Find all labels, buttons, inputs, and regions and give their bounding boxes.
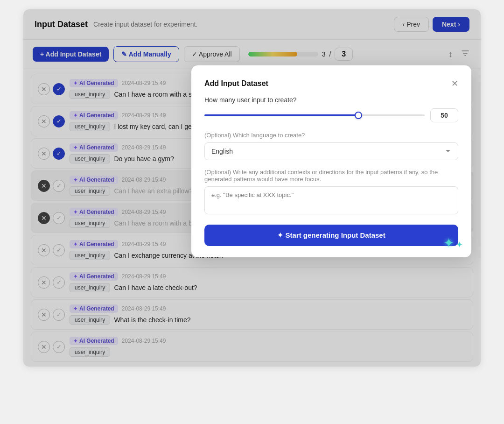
add-input-dataset-modal: Add Input Dataset ✕ How many user input … (191, 65, 471, 257)
quantity-label: How many user input to create? (204, 96, 458, 104)
main-container: Input Dataset Create input dataset for e… (23, 9, 481, 367)
modal-title: Add Input Dataset (204, 79, 268, 88)
language-label: (Optional) Which language to create? (204, 132, 458, 139)
slider-container (204, 111, 425, 120)
quantity-value: 50 (430, 108, 458, 122)
language-select[interactable]: EnglishSpanishFrenchGermanChinese (204, 142, 458, 160)
slider-row: 50 (204, 108, 458, 122)
modal-overlay: Add Input Dataset ✕ How many user input … (23, 9, 481, 367)
modal-header: Add Input Dataset ✕ (204, 78, 458, 89)
start-generating-button[interactable]: ✦ Start generating Input Dataset (204, 225, 458, 246)
modal-footer: ✦ Start generating Input Dataset ✦ ✦ (204, 225, 458, 246)
modal-close-button[interactable]: ✕ (451, 78, 458, 89)
context-label: (Optional) Write any additional contexts… (204, 169, 458, 183)
context-textarea[interactable] (204, 186, 458, 214)
